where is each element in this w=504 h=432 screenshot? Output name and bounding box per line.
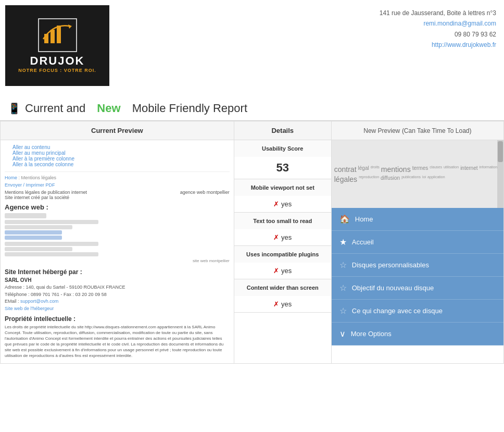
- phone-icon: 📱: [8, 102, 21, 115]
- wc-6: clauses: [430, 165, 442, 174]
- propriete-body: Les droits de propriété intellectuelle d…: [5, 324, 230, 359]
- host-email: EMail : support@ovh.com: [5, 298, 230, 305]
- cross-icon-1: ✗: [273, 200, 279, 208]
- new-preview-cell: contrat légal droits mentions termes cla…: [331, 140, 503, 364]
- site-web-montpellier: site web montpellier: [5, 258, 230, 263]
- details-cell: Usability Score 53 Mobile viewport not s…: [234, 140, 331, 364]
- plugins-value: ✗ yes: [234, 263, 331, 279]
- page-title-section: 📱 Current and New Mobile Friendly Report: [0, 91, 504, 121]
- wc-5: termes: [412, 165, 429, 174]
- content-width-value: ✗ yes: [234, 296, 331, 312]
- wc-10: légales: [334, 175, 357, 183]
- propriete-title: Propriété intellectuelle :: [5, 315, 230, 323]
- page-title: 📱 Current and New Mobile Friendly Report: [8, 102, 496, 115]
- score-label: Usability Score: [234, 140, 331, 157]
- viewport-label: Mobile viewport not set: [234, 179, 331, 196]
- divider-1: [5, 171, 230, 172]
- blurred-2: [5, 220, 98, 224]
- nav-link-1[interactable]: Aller au contenu: [12, 144, 50, 150]
- phone-text: 09 80 79 93 62: [380, 29, 496, 40]
- viewport-yes: yes: [281, 200, 292, 208]
- home-icon: 🏠: [339, 214, 350, 224]
- breadcrumb: Home : Mentions légales: [5, 175, 230, 180]
- host-address: Adresse : 140, quai du Sartel - 59100 RO…: [5, 284, 230, 291]
- detail-row-score: Usability Score 53: [234, 140, 331, 179]
- wc-4: mentions: [381, 165, 411, 174]
- star-filled-icon-1: ★: [339, 237, 347, 247]
- hosted-section: Site Internet hébergé par : SARL OVH Adr…: [5, 268, 230, 311]
- score-value: 53: [234, 157, 331, 179]
- report-table: Current Preview Details New Preview (Can…: [0, 121, 504, 364]
- svg-rect-3: [57, 26, 61, 43]
- wc-1: contrat: [334, 165, 357, 174]
- site-cree-line: Site internet créé par la société: [5, 195, 230, 200]
- home-link[interactable]: Home: [5, 175, 17, 180]
- star-outline-icon-1: ☆: [339, 260, 347, 270]
- viewport-value: ✗ yes: [234, 196, 331, 212]
- nav-link-3[interactable]: Aller à la première colonne: [12, 156, 74, 162]
- nav-buttons: 🏠 Home ★ Accueil ☆ Disques personnalisab…: [332, 208, 503, 345]
- detail-row-content-width: Content wider than screen ✗ yes: [234, 279, 331, 313]
- contact-info: 141 rue de Jausserand, Boite à lettres n…: [380, 5, 496, 51]
- current-preview-cell: Aller au contenu Aller au menu principal…: [1, 140, 234, 364]
- nav-btn-home-label: Home: [355, 215, 373, 223]
- nav-link-4[interactable]: Aller à la seconde colonne: [12, 162, 73, 167]
- nav-btn-objectif[interactable]: ☆ Objectif du nouveau disque: [332, 277, 503, 300]
- text-size-yes: yes: [281, 233, 292, 241]
- plugins-yes: yes: [281, 267, 292, 275]
- scrollbar-thumb: [498, 141, 503, 162]
- nav-btn-change-label: Ce qui change avec ce disque: [352, 307, 443, 315]
- detail-row-text-size: Text too small to read ✗ yes: [234, 213, 331, 246]
- wc-11: reproduction: [359, 175, 379, 183]
- blurred-3: [5, 225, 72, 229]
- host-site-link[interactable]: Site web de l'hébergeur: [5, 306, 54, 311]
- col-current-header: Current Preview: [1, 121, 234, 140]
- blurred-5: [5, 247, 72, 251]
- nav-btn-more[interactable]: ∨ More Options: [332, 323, 503, 345]
- star-outline-icon-2: ☆: [339, 283, 347, 293]
- email-link[interactable]: remi.mondina@gmail.com: [423, 20, 496, 27]
- hosted-title: Site Internet hébergé par :: [5, 268, 230, 276]
- wc-14: loi: [422, 175, 426, 183]
- wc-8: internet: [460, 165, 477, 174]
- nav-btn-change[interactable]: ☆ Ce qui change avec ce disque: [332, 300, 503, 323]
- website-link[interactable]: http://www.drujokweb.fr: [432, 41, 496, 48]
- logo-subtitle: NOTRE FOCUS : VOTRE ROI.: [18, 68, 96, 73]
- blurred-6: [5, 252, 98, 256]
- nav-btn-disques[interactable]: ☆ Disques personnalisables: [332, 254, 503, 277]
- text-size-label: Text too small to read: [234, 213, 331, 229]
- title-suffix: Mobile Friendly Report: [132, 102, 247, 115]
- detail-row-viewport: Mobile viewport not set ✗ yes: [234, 179, 331, 213]
- nav-btn-objectif-label: Objectif du nouveau disque: [352, 284, 434, 292]
- svg-rect-2: [51, 30, 55, 43]
- content-width-yes: yes: [281, 300, 292, 308]
- nav-btn-home[interactable]: 🏠 Home: [332, 208, 503, 231]
- word-cloud: contrat légal droits mentions termes cla…: [332, 163, 503, 186]
- blurred-link-1: [5, 230, 62, 234]
- wc-2: légal: [358, 165, 369, 174]
- host-email-link[interactable]: support@ovh.com: [20, 299, 58, 304]
- blurred-4: [5, 242, 98, 246]
- nav-btn-accueil[interactable]: ★ Accueil: [332, 231, 503, 254]
- content-width-label: Content wider than screen: [234, 279, 331, 296]
- wc-15: application: [427, 175, 445, 183]
- logo-icon: [38, 18, 77, 52]
- site-internet-line: Mentions légales de publication internet…: [5, 190, 230, 195]
- logo-name: DRUJOK: [30, 54, 85, 68]
- cross-icon-4: ✗: [273, 300, 279, 308]
- agence-web-title: Agence web :: [5, 203, 230, 211]
- nav-btn-disques-label: Disques personnalisables: [352, 261, 429, 269]
- scrollbar[interactable]: [497, 140, 503, 208]
- logo-container: DRUJOK NOTRE FOCUS : VOTRE ROI.: [5, 5, 109, 86]
- col-details-header: Details: [234, 121, 331, 140]
- nav-link-2[interactable]: Aller au menu principal: [12, 150, 66, 156]
- print-link[interactable]: Envoyer / Imprimer PDF: [5, 182, 55, 188]
- nav-btn-more-label: More Options: [351, 330, 392, 338]
- text-size-value: ✗ yes: [234, 229, 331, 245]
- wc-9: informations: [479, 165, 499, 174]
- title-prefix: Current and: [25, 102, 85, 115]
- wc-3: droits: [371, 165, 380, 174]
- nav-links: Aller au contenu Aller au menu principal…: [5, 144, 230, 167]
- blurred-1: [5, 213, 46, 218]
- col-new-preview-header: New Preview (Can Take Time To Load): [331, 121, 503, 140]
